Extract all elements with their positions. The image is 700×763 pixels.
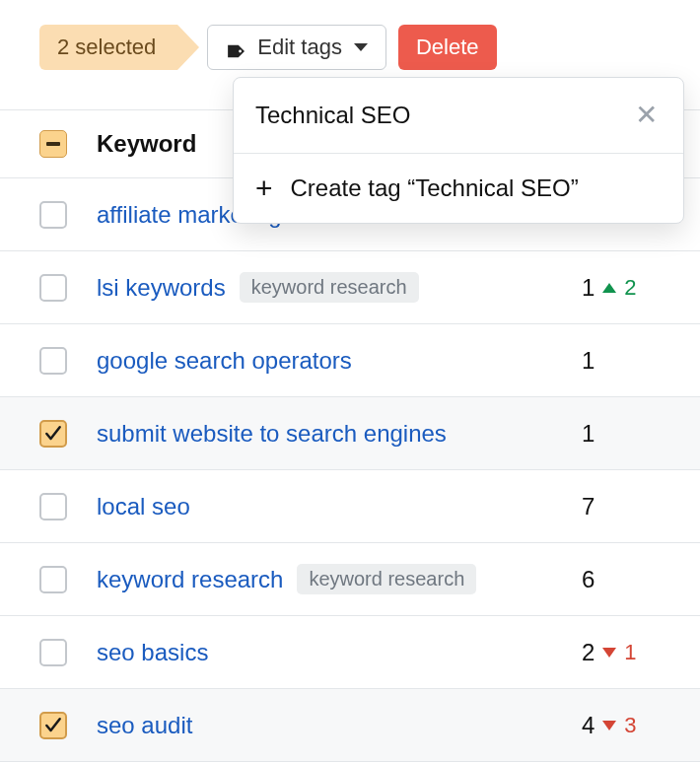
table-row: local seo7 [0,470,700,543]
tag-badge[interactable]: keyword research [240,272,419,303]
keyword-link[interactable]: lsi keywords [97,274,226,302]
keyword-cell: seo audit [97,712,552,739]
keyword-link[interactable]: submit website to search engines [97,420,447,448]
table-row: keyword researchkeyword research6 [0,543,700,616]
row-checkbox[interactable] [39,347,67,375]
delete-label: Delete [416,35,479,60]
position-value: 2 [582,639,595,666]
delta-value: 3 [624,713,636,738]
edit-tags-popover: ✕ + Create tag “Technical SEO” [233,77,684,224]
keyword-link[interactable]: keyword research [97,566,283,593]
position-cell: 21 [582,639,661,666]
row-checkbox[interactable] [39,201,67,229]
keyword-link[interactable]: seo basics [97,639,208,666]
tag-badge[interactable]: keyword research [297,564,476,594]
create-tag-label: Create tag “Technical SEO” [291,174,579,202]
keyword-cell: local seo [97,493,552,520]
edit-tags-label: Edit tags [257,35,342,60]
row-checkbox[interactable] [39,420,67,448]
close-icon[interactable]: ✕ [631,98,662,133]
create-tag-action[interactable]: + Create tag “Technical SEO” [234,154,683,223]
tag-name-input[interactable] [255,102,619,129]
keyword-link[interactable]: seo audit [97,712,192,739]
tag-input-row: ✕ [234,78,683,154]
position-cell: 12 [582,274,661,302]
row-checkbox[interactable] [39,566,67,593]
select-all-checkbox[interactable] [39,130,67,158]
keyword-cell: submit website to search engines [97,420,552,448]
table-row: submit website to search engines1 [0,397,700,470]
position-value: 6 [582,566,595,593]
position-cell: 6 [582,566,661,593]
svg-point-0 [239,50,242,53]
delete-button[interactable]: Delete [398,25,497,70]
delta-value: 1 [624,640,636,665]
toolbar: 2 selected Edit tags Delete [0,0,700,80]
indeterminate-icon [46,142,60,146]
position-value: 1 [582,347,595,375]
table-row: lsi keywordskeyword research12 [0,251,700,324]
plus-icon: + [255,173,273,203]
position-cell: 7 [582,493,661,520]
keyword-cell: keyword researchkeyword research [97,564,552,594]
row-checkbox[interactable] [39,712,67,739]
keyword-cell: google search operators [97,347,552,375]
arrow-up-icon [602,283,616,293]
row-checkbox[interactable] [39,274,67,302]
position-cell: 43 [582,712,661,739]
row-checkbox[interactable] [39,493,67,520]
edit-tags-button[interactable]: Edit tags [207,25,386,70]
keyword-link[interactable]: local seo [97,493,190,520]
table-row: seo basics21 [0,616,700,689]
arrow-down-icon [602,721,616,730]
selected-count-label: 2 selected [57,35,156,60]
arrow-down-icon [602,648,616,658]
tag-icon [226,39,247,55]
table-row: seo audit43 [0,689,700,762]
position-cell: 1 [582,347,661,375]
position-value: 1 [582,274,595,302]
table-row: google search operators1 [0,324,700,397]
position-value: 7 [582,493,595,520]
keyword-link[interactable]: google search operators [97,347,352,375]
column-header-keyword[interactable]: Keyword [97,130,196,158]
chevron-down-icon [354,43,368,51]
keyword-cell: seo basics [97,639,552,666]
delta-value: 2 [624,275,636,301]
row-checkbox[interactable] [39,639,67,666]
position-value: 4 [582,712,595,739]
position-value: 1 [582,420,595,448]
selected-count-chip: 2 selected [39,25,177,70]
keyword-cell: lsi keywordskeyword research [97,272,552,303]
position-cell: 1 [582,420,661,448]
